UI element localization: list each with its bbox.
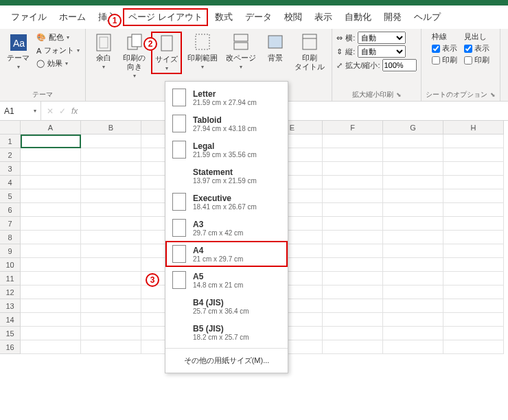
- cell-B2[interactable]: [81, 148, 141, 162]
- col-header-B[interactable]: B: [81, 121, 141, 135]
- size-option-Letter[interactable]: Letter21.59 cm x 27.94 cm: [165, 84, 288, 110]
- cell-F9[interactable]: [323, 244, 383, 258]
- cell-A16[interactable]: [21, 340, 81, 354]
- cell-G14[interactable]: [383, 313, 443, 327]
- cell-H12[interactable]: [443, 285, 504, 299]
- name-box[interactable]: A1▾: [0, 102, 41, 120]
- cell-F16[interactable]: [323, 340, 383, 354]
- cell-G10[interactable]: [383, 258, 443, 272]
- cell-G11[interactable]: [383, 272, 443, 285]
- cell-H1[interactable]: [443, 135, 504, 148]
- enter-icon[interactable]: ✓: [59, 106, 66, 116]
- cell-A12[interactable]: [21, 285, 81, 299]
- col-header-G[interactable]: G: [383, 121, 443, 135]
- cell-G15[interactable]: [383, 327, 443, 340]
- size-option-B4 (JIS)[interactable]: B4 (JIS)25.7 cm x 36.4 cm: [165, 293, 288, 319]
- size-option-A5[interactable]: A514.8 cm x 21 cm: [165, 267, 288, 293]
- cell-F4[interactable]: [323, 176, 383, 189]
- menu-数式[interactable]: 数式: [209, 8, 238, 26]
- cell-G4[interactable]: [383, 176, 443, 189]
- cell-F1[interactable]: [323, 135, 383, 148]
- size-option-Tabloid[interactable]: Tabloid27.94 cm x 43.18 cm: [165, 110, 288, 137]
- row-header-14[interactable]: 14: [0, 313, 21, 327]
- cell-G1[interactable]: [383, 135, 443, 148]
- cell-H10[interactable]: [443, 258, 504, 272]
- row-header-13[interactable]: 13: [0, 299, 21, 313]
- cell-H6[interactable]: [443, 203, 504, 217]
- col-header-H[interactable]: H: [443, 121, 504, 135]
- colors-button[interactable]: 🎨配色▾: [35, 32, 81, 43]
- cell-B7[interactable]: [81, 217, 141, 231]
- cell-F15[interactable]: [323, 327, 383, 340]
- cell-H3[interactable]: [443, 162, 504, 176]
- cell-G13[interactable]: [383, 299, 443, 313]
- cell-B6[interactable]: [81, 203, 141, 217]
- effects-button[interactable]: ◯効果▾: [35, 58, 81, 69]
- cell-F5[interactable]: [323, 189, 383, 203]
- size-option-B5 (JIS)[interactable]: B5 (JIS)18.2 cm x 25.7 cm: [165, 319, 288, 345]
- print-titles-button[interactable]: 印刷 タイトル: [292, 32, 327, 73]
- fonts-button[interactable]: Aフォント▾: [35, 45, 81, 56]
- headings-print-checkbox[interactable]: 印刷: [464, 55, 489, 65]
- print-area-button[interactable]: 印刷範囲▾: [185, 32, 220, 71]
- row-header-16[interactable]: 16: [0, 340, 21, 354]
- cell-H14[interactable]: [443, 313, 504, 327]
- menu-データ[interactable]: データ: [240, 8, 277, 26]
- menu-開発[interactable]: 開発: [378, 8, 407, 26]
- cell-F7[interactable]: [323, 217, 383, 231]
- cell-H2[interactable]: [443, 148, 504, 162]
- cell-B8[interactable]: [81, 231, 141, 244]
- cell-F8[interactable]: [323, 231, 383, 244]
- size-option-A3[interactable]: A329.7 cm x 42 cm: [165, 215, 288, 241]
- cell-F11[interactable]: [323, 272, 383, 285]
- gridlines-view-checkbox[interactable]: 表示: [432, 43, 457, 54]
- background-button[interactable]: 背景: [262, 32, 289, 64]
- cell-H4[interactable]: [443, 176, 504, 189]
- row-header-3[interactable]: 3: [0, 162, 21, 176]
- select-all-corner[interactable]: [0, 121, 21, 135]
- fx-icon[interactable]: fx: [71, 106, 78, 116]
- cell-F2[interactable]: [323, 148, 383, 162]
- cell-A8[interactable]: [21, 231, 81, 244]
- menu-校閲[interactable]: 校閲: [279, 8, 308, 26]
- cell-G12[interactable]: [383, 285, 443, 299]
- cell-B10[interactable]: [81, 258, 141, 272]
- cell-G6[interactable]: [383, 203, 443, 217]
- cell-H7[interactable]: [443, 217, 504, 231]
- cell-B11[interactable]: [81, 272, 141, 285]
- cell-B14[interactable]: [81, 313, 141, 327]
- size-option-Legal[interactable]: Legal21.59 cm x 35.56 cm: [165, 137, 288, 163]
- cell-H5[interactable]: [443, 189, 504, 203]
- cell-F14[interactable]: [323, 313, 383, 327]
- cell-A10[interactable]: [21, 258, 81, 272]
- cell-F10[interactable]: [323, 258, 383, 272]
- cell-A3[interactable]: [21, 162, 81, 176]
- row-header-6[interactable]: 6: [0, 203, 21, 217]
- row-header-8[interactable]: 8: [0, 231, 21, 244]
- cell-B4[interactable]: [81, 176, 141, 189]
- cell-F13[interactable]: [323, 299, 383, 313]
- cell-A13[interactable]: [21, 299, 81, 313]
- cell-A2[interactable]: [21, 148, 81, 162]
- cell-B3[interactable]: [81, 162, 141, 176]
- row-header-10[interactable]: 10: [0, 258, 21, 272]
- size-option-Executive[interactable]: Executive18.41 cm x 26.67 cm: [165, 189, 288, 215]
- cell-G16[interactable]: [383, 340, 443, 354]
- menu-表示[interactable]: 表示: [309, 8, 338, 26]
- cell-A4[interactable]: [21, 176, 81, 189]
- row-header-2[interactable]: 2: [0, 148, 21, 162]
- cell-G7[interactable]: [383, 217, 443, 231]
- row-header-1[interactable]: 1: [0, 135, 21, 148]
- row-header-11[interactable]: 11: [0, 272, 21, 285]
- cell-A6[interactable]: [21, 203, 81, 217]
- cancel-icon[interactable]: ✕: [47, 106, 54, 116]
- row-header-7[interactable]: 7: [0, 217, 21, 231]
- margins-button[interactable]: 余白▾: [90, 32, 117, 71]
- menu-自動化[interactable]: 自動化: [339, 8, 377, 26]
- cell-G9[interactable]: [383, 244, 443, 258]
- cell-B15[interactable]: [81, 327, 141, 340]
- row-header-15[interactable]: 15: [0, 327, 21, 340]
- dialog-launcher-icon[interactable]: ⬊: [396, 91, 402, 98]
- width-select[interactable]: 自動: [358, 32, 406, 44]
- cell-G8[interactable]: [383, 231, 443, 244]
